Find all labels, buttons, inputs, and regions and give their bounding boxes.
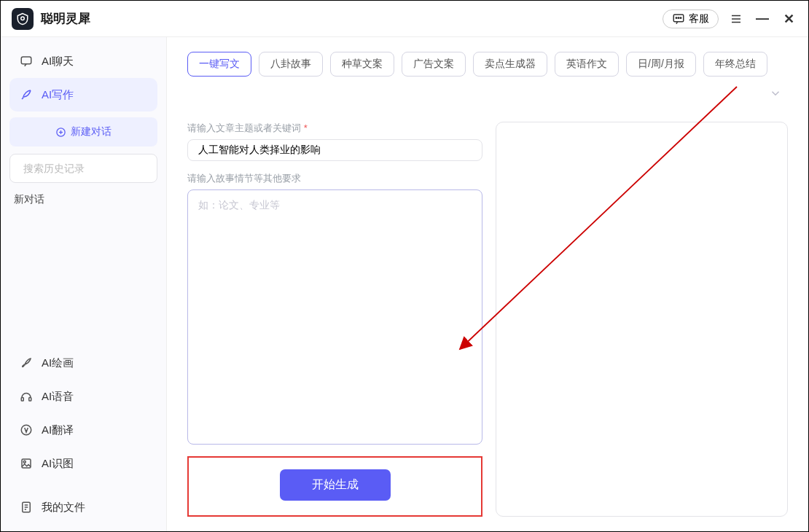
topic-input[interactable] (187, 139, 482, 161)
paint-icon (20, 356, 33, 369)
svg-point-0 (21, 17, 25, 20)
chip-ad[interactable]: 广告文案 (402, 52, 466, 77)
chips-expand-button[interactable] (763, 84, 788, 106)
hamburger-icon (730, 12, 743, 26)
sidebar-item-ai-chat[interactable]: AI聊天 (9, 44, 157, 78)
translate-icon (20, 423, 33, 437)
app-header: 聪明灵犀 客服 — ✕ (1, 1, 808, 37)
generate-highlight-box: 开始生成 (187, 456, 482, 517)
extra-textarea[interactable] (187, 189, 482, 445)
svg-point-4 (680, 17, 681, 18)
sidebar-item-ai-draw[interactable]: AI绘画 (9, 346, 157, 380)
required-mark: * (304, 122, 308, 133)
chat-icon (20, 55, 33, 68)
sidebar-item-my-files[interactable]: 我的文件 (9, 490, 157, 524)
generate-button[interactable]: 开始生成 (280, 469, 391, 501)
chip-selling[interactable]: 卖点生成器 (473, 52, 547, 77)
sidebar-item-label: AI识图 (42, 457, 74, 471)
form-column: 请输入文章主题或者关键词 * 请输入故事情节等其他要求 开始生成 (187, 122, 482, 517)
output-panel (496, 122, 788, 517)
customer-service-label: 客服 (689, 12, 709, 26)
new-chat-label: 新建对话 (71, 125, 112, 138)
sidebar-item-ai-write[interactable]: AI写作 (9, 78, 157, 112)
headphone-icon (20, 390, 33, 403)
image-scan-icon (20, 457, 33, 470)
new-chat-button[interactable]: 新建对话 (9, 117, 157, 146)
chat-bubble-icon (672, 12, 685, 26)
feather-icon (20, 88, 33, 101)
app-logo-icon (12, 8, 34, 30)
extra-label: 请输入故事情节等其他要求 (187, 172, 482, 185)
sidebar-item-label: AI绘画 (42, 356, 74, 370)
chip-gossip[interactable]: 八卦故事 (259, 52, 323, 77)
sidebar-item-ai-voice[interactable]: AI语音 (9, 380, 157, 413)
topic-label: 请输入文章主题或者关键词 * (187, 122, 482, 135)
svg-rect-8 (21, 57, 31, 64)
close-button[interactable]: ✕ (780, 10, 797, 28)
svg-point-2 (676, 17, 677, 18)
svg-rect-14 (21, 398, 23, 402)
sidebar-item-label: AI聊天 (42, 55, 74, 69)
app-title: 聪明灵犀 (41, 10, 90, 27)
chip-year[interactable]: 年终总结 (703, 52, 767, 77)
menu-button[interactable] (727, 10, 745, 28)
sidebar-item-ai-translate[interactable]: AI翻译 (9, 413, 157, 447)
main-content: 一键写文 八卦故事 种草文案 广告文案 卖点生成器 英语作文 日/周/月报 年终… (167, 37, 808, 531)
customer-service-button[interactable]: 客服 (663, 9, 719, 28)
sidebar-item-label: AI语音 (42, 390, 74, 404)
plus-circle-icon (55, 127, 66, 138)
file-icon (20, 501, 33, 514)
svg-rect-15 (29, 398, 31, 402)
chevron-down-icon (769, 87, 782, 100)
minimize-button[interactable]: — (754, 10, 771, 28)
sidebar-item-label: AI翻译 (42, 423, 74, 437)
search-input[interactable] (23, 163, 151, 174)
svg-point-18 (23, 461, 26, 463)
svg-point-3 (678, 17, 679, 18)
chip-one-click[interactable]: 一键写文 (187, 52, 251, 77)
svg-rect-17 (22, 459, 31, 468)
history-item[interactable]: 新对话 (9, 183, 157, 216)
chip-report[interactable]: 日/周/月报 (626, 52, 696, 77)
chip-zhongcao[interactable]: 种草文案 (330, 52, 394, 77)
template-chips-row: 一键写文 八卦故事 种草文案 广告文案 卖点生成器 英语作文 日/周/月报 年终… (187, 52, 788, 106)
sidebar-item-label: 我的文件 (42, 501, 85, 515)
sidebar: AI聊天 AI写作 新建对话 新对话 AI绘画 AI语音 (1, 37, 167, 531)
sidebar-item-label: AI写作 (42, 88, 74, 102)
chip-english[interactable]: 英语作文 (555, 52, 619, 77)
sidebar-item-ai-image[interactable]: AI识图 (9, 447, 157, 480)
search-container (9, 154, 157, 183)
